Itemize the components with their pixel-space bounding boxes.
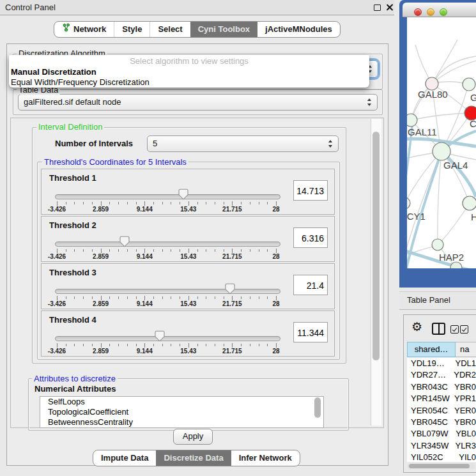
tick-label: 28 <box>272 206 279 213</box>
table-row[interactable]: YER054CYER0 <box>407 405 476 417</box>
tick-mark <box>180 202 180 204</box>
table-row[interactable]: YBR045CYBR0 <box>407 417 476 428</box>
interval-definition-label: Interval Definition <box>36 122 104 132</box>
tick-label: 28 <box>272 253 279 260</box>
tick-label: 21.715 <box>222 300 242 307</box>
network-node-h[interactable] <box>463 196 476 210</box>
tab-network[interactable]: Network <box>54 22 114 37</box>
network-node-gal80[interactable] <box>426 77 438 90</box>
tick-mark <box>127 344 128 346</box>
table-row[interactable]: YLR345WYLR3 <box>407 440 476 452</box>
list-item-topologicalcoefficient[interactable]: TopologicalCoefficient <box>40 407 323 417</box>
tick-mark <box>241 296 242 299</box>
cell-name: YPR1 <box>452 393 476 404</box>
tick-mark <box>92 202 93 204</box>
tick-mark <box>250 344 250 346</box>
slider-track[interactable] <box>55 242 280 247</box>
list-item-selfloops[interactable]: SelfLoops <box>40 397 323 407</box>
network-node-gcy1[interactable] <box>407 197 410 209</box>
table-row[interactable]: YBL079WYBL0 <box>407 428 476 440</box>
attributes-scrollbar-thumb[interactable] <box>314 397 321 418</box>
cell-name: YDR2 <box>451 369 476 381</box>
threshold-value-input[interactable]: 14.713 <box>293 180 328 201</box>
tick-mark <box>144 343 145 348</box>
tick-mark <box>92 249 93 252</box>
tick-mark <box>224 344 224 346</box>
tick-mark <box>118 249 119 252</box>
slider-tick-labels: -3.4262.8599.14415.4321.71528 <box>57 348 276 355</box>
tab-label: jActiveMNodules <box>265 22 332 37</box>
network-node-gal4[interactable] <box>433 142 450 160</box>
table-row[interactable]: YIL052CYIL0 <box>407 452 476 462</box>
network-node-ga[interactable] <box>463 78 475 91</box>
tick-mark <box>109 344 110 346</box>
columns-icon[interactable] <box>432 323 445 335</box>
tab-infer-network[interactable]: Infer Network <box>231 450 300 466</box>
horizontal-scrollbar-thumb[interactable] <box>409 464 470 468</box>
tick-mark <box>66 344 66 346</box>
tick-mark <box>74 296 75 299</box>
vertical-scrollbar-thumb[interactable] <box>372 132 380 360</box>
gear-icon[interactable]: ⚙ <box>411 319 422 334</box>
network-node-hap2[interactable] <box>432 239 443 250</box>
checkbox-icon[interactable] <box>450 325 459 334</box>
float-window-icon[interactable] <box>374 4 381 11</box>
tick-label: 9.144 <box>137 206 153 213</box>
tick-mark <box>276 343 277 348</box>
apply-button[interactable]: Apply <box>173 429 213 445</box>
threshold-value-input[interactable]: 11.344 <box>293 322 328 342</box>
tab-impute-data[interactable]: Impute Data <box>93 450 156 466</box>
slider-handle[interactable] <box>225 283 235 295</box>
tick-mark <box>188 249 189 253</box>
zoom-button[interactable] <box>440 8 447 16</box>
tab-style[interactable]: Style <box>114 22 150 37</box>
network-node-gal11[interactable] <box>407 114 417 127</box>
minimize-button[interactable] <box>427 8 434 16</box>
algorithm-option-equal-width-frequency-discretization[interactable]: Equal Width/Frequency Discretization <box>9 77 369 88</box>
threshold-value-input[interactable]: 21.4 <box>293 275 328 295</box>
close-icon[interactable] <box>386 4 393 11</box>
num-intervals-combobox[interactable]: 5 <box>147 135 339 152</box>
tick-mark <box>197 344 198 346</box>
tab-select[interactable]: Select <box>150 22 190 37</box>
slider-track[interactable] <box>55 289 280 294</box>
column-header-shared[interactable]: shared… <box>407 342 456 357</box>
tick-mark <box>197 249 198 252</box>
table-row[interactable]: YPR145WYPR1 <box>407 393 476 404</box>
control-panel-tabbar: NetworkStyleSelectCyni ToolboxjActiveMNo… <box>54 21 341 38</box>
tick-mark <box>101 296 102 300</box>
slider-handle[interactable] <box>119 236 130 247</box>
table-panel-title: Table Panel <box>407 291 450 309</box>
tick-mark <box>66 249 66 252</box>
tick-mark <box>206 344 206 346</box>
tick-mark <box>74 249 75 252</box>
table-row[interactable]: YDR27…YDR2 <box>407 369 476 381</box>
numerical-attributes-label: Numerical Attributes <box>35 384 116 394</box>
tick-label: 2.859 <box>93 348 109 355</box>
checkbox-icon[interactable] <box>460 325 468 334</box>
threshold-value-input[interactable]: 6.316 <box>293 227 328 248</box>
algorithm-option-manual-discretization[interactable]: Manual Discretization <box>9 67 369 77</box>
list-item-betweennesscentrality[interactable]: BetweennessCentrality <box>40 417 323 427</box>
slider-handle[interactable] <box>178 188 188 200</box>
tick-mark <box>171 249 171 252</box>
table-row[interactable]: YBR043CYBR0 <box>407 381 476 393</box>
tick-mark <box>188 201 189 206</box>
table-row[interactable]: YDL19…YDL1 <box>407 358 476 369</box>
network-canvas[interactable]: GAL80GACGAL11GAL4GCY1HHAP2 <box>407 17 476 268</box>
tab-label: Discretize Data <box>164 450 223 466</box>
tick-mark <box>215 249 215 252</box>
tick-mark <box>224 296 224 299</box>
tick-mark <box>188 296 189 300</box>
close-button[interactable] <box>414 8 422 16</box>
slider-handle[interactable] <box>155 330 165 342</box>
table-data-combobox[interactable]: galFiltered.sif default node <box>18 94 378 111</box>
tick-label: 28 <box>272 300 279 307</box>
column-header-name[interactable]: na <box>456 342 476 357</box>
tab-discretize-data[interactable]: Discretize Data <box>156 450 231 466</box>
slider-track[interactable] <box>55 336 280 341</box>
tick-mark <box>153 296 154 299</box>
tab-jactivemnodules[interactable]: jActiveMNodules <box>257 22 340 37</box>
tab-cyni-toolbox[interactable]: Cyni Toolbox <box>190 22 257 37</box>
slider-track[interactable] <box>55 194 280 199</box>
